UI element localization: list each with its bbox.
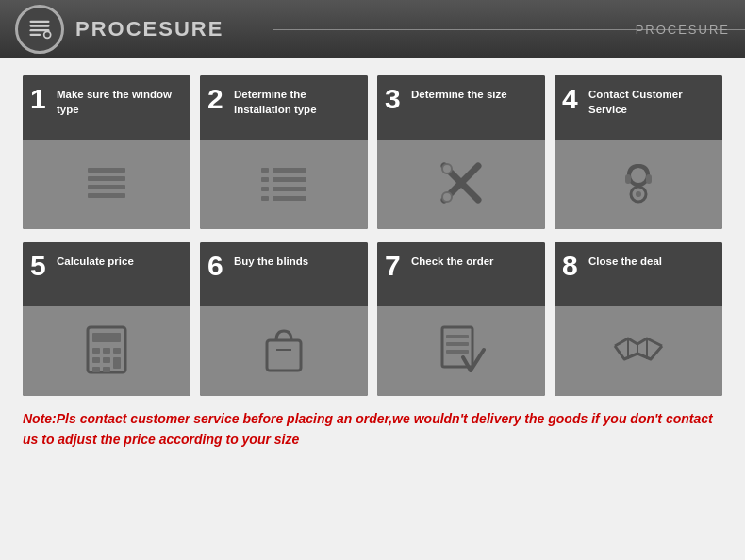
step-number-1: 1: [30, 85, 51, 113]
steps-row-1: 1 Make sure the window type 2 Determine: [23, 75, 722, 229]
logo-icon: [26, 16, 53, 42]
step-header-7: 7 Check the order: [377, 242, 545, 306]
step-number-4: 4: [562, 85, 583, 113]
step-number-7: 7: [385, 252, 406, 280]
svg-rect-29: [92, 348, 100, 354]
svg-rect-32: [92, 357, 100, 363]
svg-rect-10: [273, 168, 306, 173]
svg-rect-11: [261, 177, 269, 182]
svg-rect-30: [103, 348, 110, 354]
svg-rect-14: [273, 187, 306, 191]
step-number-2: 2: [207, 85, 228, 113]
brand-name: PROCESURE: [75, 17, 224, 41]
svg-rect-0: [30, 21, 50, 23]
step-body-4: [555, 140, 722, 229]
step-card-5: 5 Calculate price: [23, 242, 190, 396]
step-card-1: 1 Make sure the window type: [23, 75, 190, 229]
svg-rect-41: [446, 342, 469, 346]
svg-point-20: [442, 192, 452, 202]
step-label-2: Determine the installation type: [234, 85, 360, 117]
svg-point-19: [442, 164, 452, 173]
svg-rect-16: [273, 196, 306, 201]
svg-rect-7: [88, 185, 125, 189]
svg-rect-23: [646, 174, 652, 184]
svg-rect-36: [103, 367, 110, 372]
svg-rect-9: [261, 168, 269, 173]
step-header-5: 5 Calculate price: [23, 242, 190, 306]
svg-rect-31: [113, 348, 121, 354]
svg-point-4: [44, 31, 51, 38]
checklist-icon: [437, 323, 486, 380]
svg-rect-3: [30, 34, 41, 36]
step-label-5: Calculate price: [57, 252, 134, 269]
svg-rect-13: [261, 187, 269, 191]
svg-rect-33: [103, 357, 110, 363]
steps-row-2: 5 Calculate price: [23, 242, 722, 396]
step-header-3: 3 Determine the size: [377, 75, 545, 140]
logo-circle: [15, 5, 64, 54]
step-header-2: 2 Determine the installation type: [200, 75, 368, 140]
step-header-6: 6 Buy the blinds: [200, 242, 368, 306]
svg-rect-28: [92, 333, 121, 342]
bag-icon: [259, 323, 308, 380]
svg-point-25: [636, 191, 641, 197]
step-number-3: 3: [385, 85, 406, 113]
svg-rect-39: [442, 327, 472, 367]
svg-rect-15: [261, 196, 269, 201]
calculator-icon: [83, 323, 130, 380]
svg-rect-22: [625, 174, 631, 184]
step-card-8: 8 Close the deal: [555, 242, 722, 396]
svg-rect-42: [446, 350, 469, 354]
header-right-brand: PROCESURE: [636, 23, 730, 37]
svg-rect-37: [267, 340, 301, 371]
step-body-6: [200, 306, 368, 396]
svg-rect-6: [88, 176, 125, 181]
step-label-1: Make sure the window type: [57, 85, 183, 117]
step-card-4: 4 Contact Customer Service: [555, 75, 722, 229]
svg-rect-8: [88, 193, 125, 198]
step-label-3: Determine the size: [411, 85, 507, 102]
list-icon: [80, 156, 133, 213]
step-number-8: 8: [562, 252, 583, 280]
svg-rect-12: [273, 177, 306, 182]
step-header-8: 8 Close the deal: [555, 242, 722, 306]
step-label-4: Contact Customer Service: [588, 85, 715, 117]
step-body-1: [23, 140, 190, 229]
svg-rect-40: [446, 335, 469, 338]
svg-rect-35: [92, 367, 100, 372]
step-header-4: 4 Contact Customer Service: [555, 75, 722, 140]
step-card-2: 2 Determine the installation type: [200, 75, 368, 229]
svg-rect-34: [113, 357, 121, 369]
main-content: 1 Make sure the window type 2 Determine: [0, 58, 745, 461]
handshake-icon: [611, 327, 666, 376]
svg-rect-1: [30, 25, 50, 26]
step-card-7: 7 Check the order: [377, 242, 545, 396]
tools-icon: [435, 156, 488, 213]
step-label-7: Check the order: [411, 252, 494, 269]
step-number-6: 6: [207, 252, 228, 280]
step-header-1: 1 Make sure the window type: [23, 75, 190, 140]
step-number-5: 5: [30, 252, 51, 280]
step-label-6: Buy the blinds: [234, 252, 308, 269]
step-body-8: [555, 306, 722, 396]
step-card-6: 6 Buy the blinds: [200, 242, 368, 396]
list2-icon: [257, 156, 310, 213]
step-label-8: Close the deal: [588, 252, 662, 269]
note-text: Note:Pls contact customer service before…: [23, 409, 722, 450]
step-card-3: 3 Determine the size: [377, 75, 545, 229]
step-body-7: [377, 306, 545, 396]
step-body-2: [200, 140, 368, 229]
step-body-5: [23, 306, 190, 396]
headset-icon: [612, 156, 665, 213]
header: PROCESURE PROCESURE: [0, 0, 745, 58]
svg-rect-5: [88, 168, 125, 173]
step-body-3: [377, 140, 545, 229]
